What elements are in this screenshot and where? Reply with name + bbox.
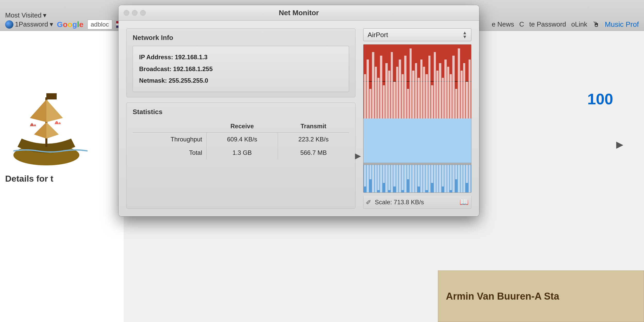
upload-bar	[466, 82, 468, 118]
music-prof-label: Music Prof	[605, 20, 639, 29]
left-sidebar: Details for t	[0, 31, 124, 322]
download-bar	[463, 165, 465, 193]
download-bar	[426, 165, 428, 190]
book-icon: 📖	[460, 198, 469, 206]
network-info-label: Network Info	[133, 34, 349, 42]
c-label: C	[519, 20, 524, 28]
minimize-button[interactable]	[132, 10, 138, 16]
upload-bar	[404, 56, 406, 118]
olink-label: oLink	[571, 20, 587, 28]
upload-bar	[431, 85, 433, 118]
upload-bar	[396, 67, 398, 118]
download-bar	[466, 165, 468, 183]
upload-bar	[391, 52, 393, 118]
download-bar	[369, 165, 371, 179]
download-bar	[420, 165, 422, 193]
upload-bar	[423, 67, 425, 118]
download-bar	[388, 165, 390, 190]
download-bar	[410, 165, 412, 193]
upload-graph	[363, 45, 471, 118]
download-bar	[442, 165, 444, 187]
olink-bookmark[interactable]: oLink	[571, 20, 587, 28]
download-bar	[418, 165, 420, 187]
download-bar	[444, 165, 446, 193]
armin-text: Armin Van Buuren-A Sta	[446, 291, 559, 302]
col-header-receive: Receive	[206, 120, 278, 133]
stats-expand-arrow[interactable]: ▶	[355, 151, 361, 160]
download-bar	[447, 165, 449, 193]
download-bar	[469, 165, 471, 193]
upload-bar	[436, 71, 438, 118]
scale-bar: ✏ Scale: 713.8 KB/s 📖	[363, 196, 471, 209]
total-label: Total	[133, 146, 206, 159]
upload-bar	[364, 74, 366, 118]
upload-bar	[461, 71, 463, 118]
upload-bar	[369, 89, 371, 118]
password-bookmark[interactable]: te Password	[529, 20, 566, 28]
throughput-label: Throughput	[133, 132, 206, 146]
upload-bar	[455, 89, 457, 118]
upload-bar	[383, 85, 385, 118]
upload-bar	[402, 74, 404, 118]
download-bar	[396, 165, 398, 193]
download-bar	[383, 165, 385, 183]
upload-bar	[407, 89, 409, 118]
airport-dropdown-label: AirPort	[368, 31, 388, 39]
google-bookmark[interactable]: Google	[57, 20, 83, 29]
upload-bar	[426, 74, 428, 118]
adblock-label: adbloc	[91, 21, 109, 28]
network-graph	[363, 44, 471, 193]
upload-bar	[372, 52, 374, 118]
upload-bar	[418, 78, 420, 118]
dropdown-arrows-icon: ▲▼	[462, 31, 467, 39]
maximize-button[interactable]	[140, 10, 146, 16]
pirate-details-text: Details for t	[5, 174, 108, 184]
1password-label: 1Password	[15, 20, 48, 28]
upload-bar	[469, 60, 471, 118]
dialog-body: Network Info IP Address: 192.168.1.3 Bro…	[118, 21, 479, 216]
number-100-value: 100	[587, 90, 613, 108]
netmask-line: Netmask: 255.255.255.0	[139, 75, 343, 87]
download-bar	[436, 165, 438, 193]
cursor-icon: 🖱	[592, 20, 600, 29]
download-bar	[452, 165, 454, 193]
throughput-receive: 609.4 KB/s	[206, 132, 278, 146]
download-bar	[399, 165, 401, 193]
dialog-right-panel: AirPort ▲▼	[363, 28, 471, 209]
upload-bar	[439, 63, 441, 118]
light-blue-band	[363, 118, 471, 163]
dialog-title: Net Monitor	[279, 9, 319, 17]
pirate-ship-icon	[5, 82, 88, 170]
c-bookmark[interactable]: C	[519, 20, 524, 28]
upload-bar	[450, 74, 452, 118]
upload-bar	[452, 56, 454, 118]
music-prof-bookmark[interactable]: Music Prof	[605, 20, 639, 29]
network-info-box: IP Address: 192.168.1.3 Broadcast: 192.1…	[133, 46, 349, 92]
airport-dropdown[interactable]: AirPort ▲▼	[363, 28, 471, 41]
download-bar	[439, 165, 441, 193]
upload-bar	[393, 82, 395, 118]
statistics-section: Statistics ▶ Receive Transmit Throughput	[126, 103, 355, 209]
upload-bar	[420, 60, 422, 118]
e-news-bookmark[interactable]: e News	[492, 20, 514, 28]
graph-divider	[363, 163, 471, 165]
download-bar	[364, 165, 366, 187]
network-info-section: Network Info IP Address: 192.168.1.3 Bro…	[126, 28, 355, 97]
upload-bar	[385, 63, 387, 118]
total-transmit: 566.7 MB	[278, 146, 349, 159]
throughput-transmit: 223.2 KB/s	[278, 132, 349, 146]
download-bar	[431, 165, 433, 183]
download-bar	[372, 165, 374, 193]
download-bar	[377, 165, 379, 190]
download-bars-container	[363, 165, 471, 193]
table-row: Total 1.3 GB 566.7 MB	[133, 146, 349, 159]
statistics-table: Receive Transmit Throughput 609.4 KB/s 2…	[133, 120, 349, 159]
adblock-input-area[interactable]: adbloc	[87, 20, 112, 29]
1password-bookmark[interactable]: 1Password ▾	[5, 20, 53, 29]
upload-bar	[458, 48, 460, 118]
col-header-empty	[133, 120, 206, 133]
number-display: 100	[587, 82, 613, 108]
download-bar	[385, 165, 387, 193]
close-button[interactable]	[124, 10, 129, 16]
statistics-label: Statistics	[133, 108, 349, 116]
